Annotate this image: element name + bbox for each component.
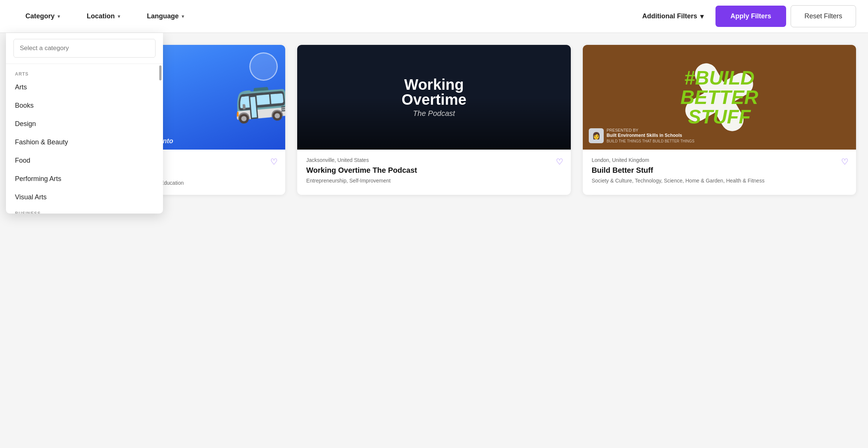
- card3-image: #BUILDBETTERSTUFF 👩 PRESENTED BY Built E…: [583, 45, 856, 150]
- card2-favorite-button[interactable]: ♡: [556, 157, 563, 167]
- category-item-food[interactable]: Food: [6, 151, 163, 170]
- location-chevron-icon: ▾: [118, 14, 120, 19]
- category-item-visual-arts[interactable]: Visual Arts: [6, 188, 163, 206]
- additional-filters-chevron-icon: ▾: [700, 12, 704, 21]
- scrollbar-indicator: [159, 65, 161, 80]
- card2-title: Working Overtime The Podcast: [306, 166, 561, 175]
- category-item-design[interactable]: Design: [6, 115, 163, 133]
- filter-bar: Category ▾ Location ▾ Language ▾ Additio…: [0, 0, 868, 33]
- card3-presenter-info: 👩 PRESENTED BY Built Environment Skills …: [589, 128, 695, 144]
- category-item-books[interactable]: Books: [6, 96, 163, 115]
- apply-filters-button[interactable]: Apply Filters: [715, 6, 786, 27]
- card3-location: London, United Kingdom: [592, 157, 847, 163]
- card2-big-text: WorkingOvertime: [401, 77, 466, 107]
- group-label-business: BUSINESS: [6, 206, 163, 207]
- category-item-arts[interactable]: Arts: [6, 78, 163, 96]
- dropdown-list: ARTS Arts Books Design Fashion & Beauty …: [6, 64, 163, 207]
- card2-subtitle-text: The Podcast: [401, 109, 466, 118]
- card3-body: London, United Kingdom Build Better Stuf…: [583, 150, 856, 193]
- card2-title-overlay: WorkingOvertime The Podcast: [401, 77, 466, 118]
- podcast-card-3: #BUILDBETTERSTUFF 👩 PRESENTED BY Built E…: [583, 45, 856, 195]
- podcast-card-2: WorkingOvertime The Podcast Jacksonville…: [297, 45, 570, 195]
- reset-filters-button[interactable]: Reset Filters: [791, 5, 856, 27]
- presenter-avatar: 👩: [589, 128, 604, 143]
- card2-body: Jacksonville, United States Working Over…: [297, 150, 570, 193]
- card1-favorite-button[interactable]: ♡: [270, 157, 278, 167]
- location-filter-button[interactable]: Location ▾: [73, 0, 133, 33]
- presenter-name: Built Environment Skills in Schools: [607, 133, 695, 139]
- category-filter-button[interactable]: Category ▾: [12, 0, 73, 33]
- card3-title: Build Better Stuff: [592, 166, 847, 175]
- language-label: Language: [147, 12, 179, 20]
- category-label: Category: [25, 12, 55, 20]
- language-filter-button[interactable]: Language ▾: [133, 0, 197, 33]
- card3-tags: Society & Culture, Technology, Science, …: [592, 178, 847, 184]
- card2-location: Jacksonville, United States: [306, 157, 561, 163]
- presenter-tagline: BUILD THE THINGS THAT BUILD BETTER THING…: [607, 139, 695, 144]
- card2-image: WorkingOvertime The Podcast: [297, 45, 570, 150]
- presenter-text: PRESENTED BY Built Environment Skills in…: [607, 128, 695, 144]
- group-label-arts: ARTS: [6, 67, 163, 78]
- category-dropdown: ARTS Arts Books Design Fashion & Beauty …: [6, 33, 163, 207]
- presenter-by-label: PRESENTED BY: [607, 128, 695, 133]
- language-chevron-icon: ▾: [182, 14, 184, 19]
- category-item-fashion-beauty[interactable]: Fashion & Beauty: [6, 133, 163, 151]
- category-search-input[interactable]: [13, 39, 156, 58]
- card3-favorite-button[interactable]: ♡: [841, 157, 849, 167]
- additional-filters-label: Additional Filters: [642, 12, 697, 20]
- category-item-performing-arts[interactable]: Performing Arts: [6, 170, 163, 188]
- card2-tags: Entrepreneurship, Self-Improvement: [306, 178, 561, 184]
- additional-filters-button[interactable]: Additional Filters ▾: [630, 0, 715, 33]
- location-label: Location: [87, 12, 115, 20]
- dropdown-search-container: [6, 33, 163, 64]
- card3-title-overlay: #BUILDBETTERSTUFF: [680, 68, 758, 126]
- category-chevron-icon: ▾: [58, 14, 60, 19]
